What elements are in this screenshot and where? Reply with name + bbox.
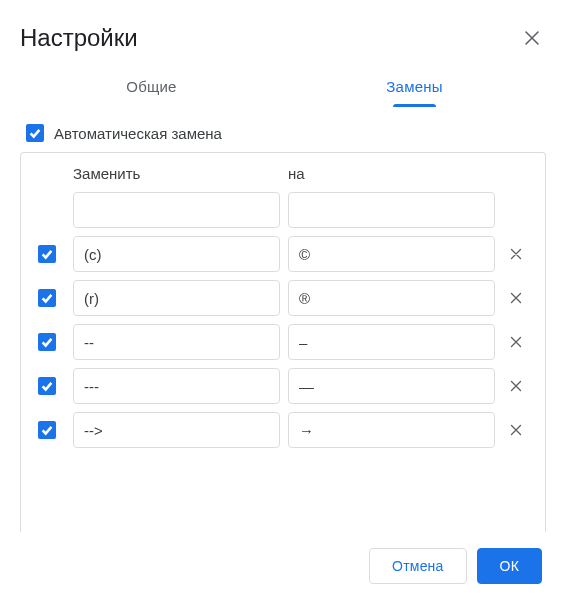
delete-button[interactable] — [503, 241, 529, 267]
table-row — [21, 276, 545, 320]
delete-button[interactable] — [503, 373, 529, 399]
table-header: Заменить на — [21, 153, 545, 188]
from-input[interactable] — [73, 368, 280, 404]
row-checkbox[interactable] — [38, 421, 56, 439]
to-input[interactable] — [288, 412, 495, 448]
from-input[interactable] — [73, 324, 280, 360]
close-icon — [510, 248, 522, 260]
auto-replace-checkbox[interactable] — [26, 124, 44, 142]
table-row-new — [21, 188, 545, 232]
check-icon — [40, 291, 54, 305]
check-icon — [40, 335, 54, 349]
dialog-header: Настройки — [20, 20, 546, 62]
to-input[interactable] — [288, 324, 495, 360]
to-input[interactable] — [288, 280, 495, 316]
tabs: Общие Замены — [20, 68, 546, 108]
dialog-footer: Отмена ОК — [20, 532, 546, 588]
row-checkbox[interactable] — [38, 289, 56, 307]
substitutions-list[interactable]: Заменить на — [20, 152, 546, 532]
table-row — [21, 408, 545, 452]
to-input[interactable] — [288, 236, 495, 272]
tab-general[interactable]: Общие — [20, 68, 283, 107]
delete-button[interactable] — [503, 417, 529, 443]
column-with: на — [288, 165, 495, 182]
table-row — [21, 232, 545, 276]
to-input[interactable] — [288, 368, 495, 404]
close-icon — [510, 424, 522, 436]
from-input[interactable] — [73, 412, 280, 448]
settings-dialog: Настройки Общие Замены Автоматическая за… — [0, 0, 566, 600]
delete-button[interactable] — [503, 329, 529, 355]
new-to-input[interactable] — [288, 192, 495, 228]
table-row — [21, 364, 545, 408]
row-checkbox[interactable] — [38, 245, 56, 263]
table-row — [21, 320, 545, 364]
check-icon — [40, 379, 54, 393]
auto-replace-row: Автоматическая замена — [20, 108, 546, 152]
auto-replace-label: Автоматическая замена — [54, 125, 222, 142]
from-input[interactable] — [73, 280, 280, 316]
dialog-title: Настройки — [20, 24, 138, 52]
close-icon — [524, 30, 540, 46]
close-icon — [510, 336, 522, 348]
column-replace: Заменить — [73, 165, 280, 182]
close-icon — [510, 380, 522, 392]
ok-button[interactable]: ОК — [477, 548, 542, 584]
check-icon — [40, 247, 54, 261]
close-icon — [510, 292, 522, 304]
check-icon — [40, 423, 54, 437]
cancel-button[interactable]: Отмена — [369, 548, 466, 584]
row-checkbox[interactable] — [38, 377, 56, 395]
delete-button[interactable] — [503, 285, 529, 311]
from-input[interactable] — [73, 236, 280, 272]
new-from-input[interactable] — [73, 192, 280, 228]
tab-substitutions[interactable]: Замены — [283, 68, 546, 107]
check-icon — [28, 126, 42, 140]
row-checkbox[interactable] — [38, 333, 56, 351]
close-button[interactable] — [518, 24, 546, 52]
